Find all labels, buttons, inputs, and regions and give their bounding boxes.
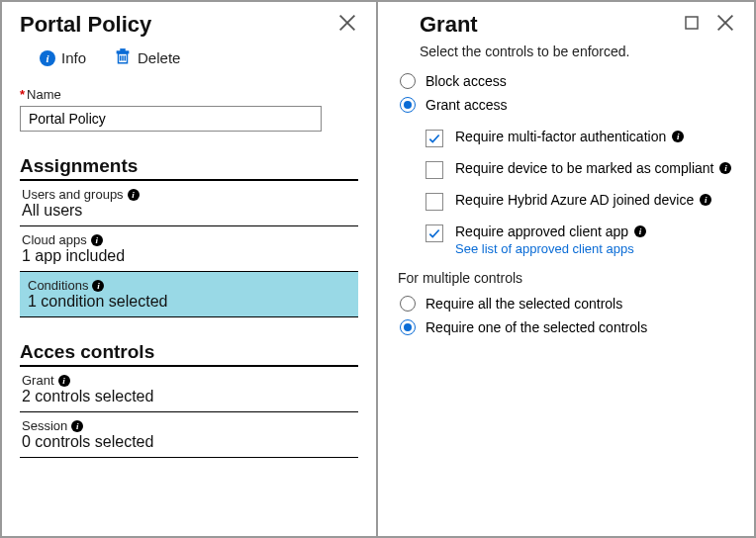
close-icon[interactable] xyxy=(714,12,736,38)
maximize-icon[interactable] xyxy=(683,14,701,36)
delete-button[interactable]: Delete xyxy=(114,47,180,68)
require-hybrid-label: Require Hybrid Azure AD joined device xyxy=(455,192,694,208)
users-groups-value: All users xyxy=(22,202,356,220)
info-icon[interactable]: i xyxy=(672,131,684,142)
require-one-label: Require one of the selected controls xyxy=(425,319,647,335)
cloud-apps-item[interactable]: Cloud apps i 1 app included xyxy=(20,226,358,272)
info-icon[interactable]: i xyxy=(634,225,646,237)
grant-item[interactable]: Grant i 2 controls selected xyxy=(20,367,358,412)
required-star: * xyxy=(20,87,25,102)
block-access-radio[interactable]: Block access xyxy=(400,73,736,89)
session-item[interactable]: Session i 0 controls selected xyxy=(20,412,358,458)
require-mfa-row: Require multi-factor authentication i xyxy=(425,129,736,146)
grant-value: 2 controls selected xyxy=(22,388,356,405)
require-approved-row: Require approved client app i See list o… xyxy=(425,224,736,256)
require-mfa-label: Require multi-factor authentication xyxy=(455,129,666,144)
users-groups-item[interactable]: Users and groups i All users xyxy=(20,181,358,226)
radio-icon xyxy=(400,73,416,89)
grant-access-label: Grant access xyxy=(425,97,507,113)
require-all-label: Require all the selected controls xyxy=(425,296,622,312)
name-field-label: *Name xyxy=(20,87,358,102)
info-icon[interactable]: i xyxy=(91,234,103,246)
conditions-label: Conditions xyxy=(28,278,88,293)
session-label: Session xyxy=(22,418,67,433)
panel-subtitle: Select the controls to be enforced. xyxy=(420,44,736,59)
block-access-label: Block access xyxy=(425,73,507,89)
svg-rect-7 xyxy=(121,49,126,51)
panel-title: Grant xyxy=(420,12,478,38)
info-icon[interactable]: i xyxy=(719,162,731,174)
radio-icon xyxy=(400,97,416,113)
cloud-apps-value: 1 app included xyxy=(22,247,356,265)
require-hybrid-checkbox[interactable] xyxy=(425,193,443,211)
trash-icon xyxy=(114,47,132,68)
conditions-value: 1 condition selected xyxy=(28,293,350,311)
conditions-item[interactable]: Conditions i 1 condition selected xyxy=(20,272,358,317)
policy-panel: Portal Policy i Info Delete *Name xyxy=(2,2,378,536)
users-groups-label: Users and groups xyxy=(22,187,124,202)
require-compliant-checkbox[interactable] xyxy=(425,161,443,179)
require-mfa-checkbox[interactable] xyxy=(425,130,443,147)
panel-title: Portal Policy xyxy=(20,12,151,38)
cloud-apps-label: Cloud apps xyxy=(22,232,87,247)
require-one-radio[interactable]: Require one of the selected controls xyxy=(400,319,736,335)
radio-icon xyxy=(400,319,416,335)
session-value: 0 controls selected xyxy=(22,433,356,451)
grant-panel: Grant Select the controls to be enforced… xyxy=(378,2,754,536)
require-all-radio[interactable]: Require all the selected controls xyxy=(400,296,736,312)
require-approved-checkbox[interactable] xyxy=(425,224,443,242)
close-icon[interactable] xyxy=(336,12,358,38)
grant-label: Grant xyxy=(22,373,54,388)
info-icon[interactable]: i xyxy=(58,375,70,387)
require-hybrid-row: Require Hybrid Azure AD joined device i xyxy=(425,192,736,210)
radio-icon xyxy=(400,296,416,312)
info-button[interactable]: i Info xyxy=(40,47,86,68)
info-icon[interactable]: i xyxy=(71,420,83,432)
approved-apps-link[interactable]: See list of approved client apps xyxy=(455,241,646,256)
info-icon: i xyxy=(40,50,55,66)
multiple-controls-label: For multiple controls xyxy=(398,270,736,286)
info-label: Info xyxy=(61,49,86,66)
svg-rect-8 xyxy=(686,17,698,29)
name-input[interactable] xyxy=(20,106,322,132)
info-icon[interactable]: i xyxy=(128,189,140,201)
info-icon[interactable]: i xyxy=(700,194,711,206)
info-icon[interactable]: i xyxy=(92,280,104,292)
grant-access-radio[interactable]: Grant access xyxy=(400,97,736,113)
delete-label: Delete xyxy=(138,49,180,66)
require-approved-label: Require approved client app xyxy=(455,224,628,239)
assignments-section-title: Assignments xyxy=(20,155,358,181)
require-compliant-row: Require device to be marked as compliant… xyxy=(425,160,736,178)
access-controls-section-title: Acces controls xyxy=(20,341,358,367)
require-compliant-label: Require device to be marked as compliant xyxy=(455,160,713,176)
